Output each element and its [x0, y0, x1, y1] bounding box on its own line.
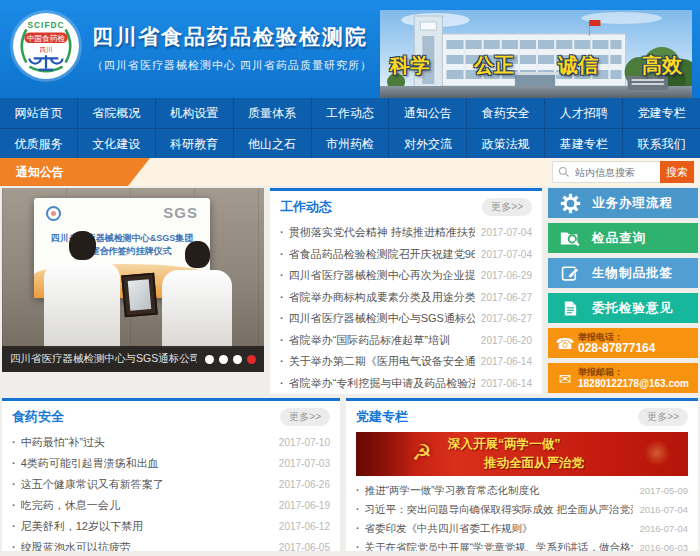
- document-icon: [548, 299, 592, 318]
- quicklink-business-process[interactable]: 业务办理流程: [548, 188, 698, 218]
- news-date: 2017-07-03: [279, 453, 330, 474]
- news-item[interactable]: 中药最怕“补”过头 2017-07-10: [12, 432, 330, 453]
- nav-item[interactable]: 对外交流: [389, 129, 467, 158]
- nav-item[interactable]: 工作动态: [312, 98, 390, 128]
- news-item[interactable]: 省院举办商标构成要素分类及用途分类识别知... 2017-06-27: [280, 287, 532, 309]
- nav-item[interactable]: 省院概况: [78, 98, 156, 128]
- news-date: 2017-06-14: [481, 373, 532, 395]
- news-text: 这五个健康常识又有新答案了: [21, 474, 273, 495]
- report-email-box[interactable]: ✉ 举报邮箱： 18280122178@163.com: [548, 363, 698, 393]
- phone-icon: ☎: [552, 336, 578, 351]
- panel-head: 工作动态 更多>>: [270, 191, 542, 220]
- nav-row-secondary: 优质服务文化建设科研教育他山之石市州药检对外交流政策法规基建专栏联系我们: [0, 128, 700, 158]
- news-item[interactable]: 四川省医疗器械检测中心再次为企业提供标准... 2017-06-29: [280, 265, 532, 287]
- news-item[interactable]: 贯彻落实党代会精神 持续推进精准扶贫工作 2017-07-04: [280, 222, 532, 244]
- news-text: 贯彻落实党代会精神 持续推进精准扶贫工作: [289, 222, 475, 244]
- main-content: SGS 四川省医疗器械检测中心&SGS集团 实验室合作签约挂牌仪式 四川省医疗器…: [2, 188, 698, 394]
- quicklink-biologics-release[interactable]: 生物制品批签: [548, 258, 698, 288]
- quicklink-inspection-feedback[interactable]: 委托检验意见: [548, 293, 698, 323]
- news-date: 2017-06-29: [481, 265, 532, 287]
- carousel-dot[interactable]: [247, 355, 256, 364]
- nav-item[interactable]: 优质服务: [0, 129, 78, 158]
- search-button[interactable]: 搜索: [660, 161, 694, 183]
- news-date: 2017-06-14: [481, 351, 532, 373]
- nav-item[interactable]: 机构设置: [156, 98, 234, 128]
- party-banner-line1: 深入开展“两学一做”: [448, 436, 561, 453]
- news-text: 绞股蓝泡水可以抗疲劳: [21, 537, 273, 551]
- nav-item[interactable]: 政策法规: [467, 129, 545, 158]
- party-building-title: 党建专栏: [356, 408, 408, 426]
- news-text: 省委印发《中共四川省委工作规则》: [365, 519, 634, 538]
- news-carousel[interactable]: SGS 四川省医疗器械检测中心&SGS集团 实验室合作签约挂牌仪式 四川省医疗器…: [2, 188, 264, 372]
- food-safety-more-button[interactable]: 更多>>: [280, 408, 330, 426]
- nav-item[interactable]: 他山之石: [234, 129, 312, 158]
- news-item[interactable]: 吃完药，休息一会儿 2017-06-19: [12, 495, 330, 516]
- carousel-dot[interactable]: [205, 355, 214, 364]
- news-item[interactable]: 尼美舒利，12岁以下禁用 2017-06-12: [12, 516, 330, 537]
- news-text: 关于举办第二期《医用电气设备安全通用要求...: [289, 351, 475, 373]
- news-item[interactable]: 这五个健康常识又有新答案了 2017-06-26: [12, 474, 330, 495]
- panel-head: 食药安全 更多>>: [2, 401, 340, 430]
- section-party-building: 党建专栏 更多>> ☭ 深入开展“两学一做” 推动全面从严治党 推进“两学一做”…: [346, 398, 698, 551]
- notice-label[interactable]: 通知公告: [0, 158, 150, 186]
- quick-links-sidebar: 业务办理流程 检品查询 生物制品批签: [548, 188, 698, 394]
- folder-search-icon: [548, 227, 592, 249]
- party-banner-line2: 推动全面从严治党: [484, 455, 584, 472]
- nav-item[interactable]: 科研教育: [156, 129, 234, 158]
- news-text: 省院举办“专利挖掘与申请及药品检验法律风...: [289, 373, 475, 395]
- nav-item[interactable]: 食药安全: [467, 98, 545, 128]
- news-item[interactable]: 四川省医疗器械检测中心与SGS通标公司成功签... 2017-06-27: [280, 308, 532, 330]
- food-safety-title: 食药安全: [12, 408, 64, 426]
- bottom-content: 食药安全 更多>> 中药最怕“补”过头 2017-07-10 4类药可能引起胃溃…: [2, 398, 698, 551]
- carousel-dot[interactable]: [233, 355, 242, 364]
- nav-item[interactable]: 党建专栏: [623, 98, 700, 128]
- nav-item[interactable]: 质量体系: [234, 98, 312, 128]
- food-safety-list: 中药最怕“补”过头 2017-07-10 4类药可能引起胃溃疡和出血 2017-…: [2, 430, 340, 551]
- news-text: 四川省医疗器械检测中心与SGS通标公司成功签...: [289, 308, 475, 330]
- nav-item[interactable]: 文化建设: [78, 129, 156, 158]
- carousel-caption[interactable]: 四川省医疗器械检测中心与SGS通标公司成功...: [2, 352, 197, 366]
- news-item[interactable]: 关于举办第二期《医用电气设备安全通用要求... 2017-06-14: [280, 351, 532, 373]
- news-date: 2017-06-19: [279, 495, 330, 516]
- nav-item[interactable]: 通知公告: [389, 98, 467, 128]
- section-food-safety: 食药安全 更多>> 中药最怕“补”过头 2017-07-10 4类药可能引起胃溃…: [2, 398, 340, 551]
- nav-item[interactable]: 网站首页: [0, 98, 78, 128]
- party-banner[interactable]: ☭ 深入开展“两学一做” 推动全面从严治党: [356, 432, 688, 476]
- logo-region-text: 四川: [39, 46, 52, 54]
- pencil-square-icon: [548, 264, 592, 283]
- work-news-more-button[interactable]: 更多>>: [482, 198, 532, 216]
- party-building-more-button[interactable]: 更多>>: [638, 408, 688, 426]
- slogan: 科学公正诚信高效: [380, 52, 692, 79]
- site-header: SCIFDC 中国食药检 四川 四川省食品药品检验检测院 （四川省医疗器械检测中…: [0, 0, 700, 98]
- news-item[interactable]: 省院举办“国际药品标准起草”培训 2017-06-20: [280, 330, 532, 352]
- news-date: 2017-06-26: [279, 474, 330, 495]
- news-item[interactable]: 推进“两学一做”学习教育常态化制度化 2017-05-09: [356, 481, 688, 500]
- news-item[interactable]: 省食品药品检验检测院召开庆祝建党96周年表... 2017-07-04: [280, 244, 532, 266]
- news-date: 2017-07-04: [481, 244, 532, 266]
- news-item[interactable]: 习近平：突出问题导向确保取得实际成效 把全面从严治党落实到每一... 2016-…: [356, 500, 688, 519]
- news-date: 2017-06-12: [279, 516, 330, 537]
- slogan-word: 高效: [642, 52, 682, 79]
- news-text: 习近平：突出问题导向确保取得实际成效 把全面从严治党落实到每一...: [365, 500, 634, 519]
- news-date: 2017-07-10: [279, 432, 330, 453]
- building-photo: 科学公正诚信高效: [380, 10, 692, 98]
- slogan-word: 科学: [390, 52, 430, 79]
- nav-item[interactable]: 基建专栏: [545, 129, 623, 158]
- news-item[interactable]: 绞股蓝泡水可以抗疲劳 2017-06-05: [12, 537, 330, 551]
- quicklink-sample-query[interactable]: 检品查询: [548, 223, 698, 253]
- news-text: 推进“两学一做”学习教育常态化制度化: [365, 481, 634, 500]
- report-phone-box[interactable]: ☎ 举报电话： 028-87877164: [548, 328, 698, 358]
- cfdc-mini-logo-icon: [46, 206, 61, 221]
- carousel-caption-bar: 四川省医疗器械检测中心与SGS通标公司成功...: [2, 346, 264, 372]
- news-text: 省院举办“国际药品标准起草”培训: [289, 330, 475, 352]
- news-item[interactable]: 省院举办“专利挖掘与申请及药品检验法律风... 2017-06-14: [280, 373, 532, 395]
- nav-item[interactable]: 联系我们: [623, 129, 700, 158]
- news-item[interactable]: 关于在省院党员中开展“学党章党规、学系列讲话，做合格党员”学... 2016-0…: [356, 538, 688, 551]
- news-text: 省院举办商标构成要素分类及用途分类识别知...: [289, 287, 475, 309]
- logo-banner-text: 中国食药检: [27, 34, 66, 43]
- nav-item[interactable]: 市州药检: [312, 129, 390, 158]
- news-item[interactable]: 4类药可能引起胃溃疡和出血 2017-07-03: [12, 453, 330, 474]
- nav-item[interactable]: 人才招聘: [545, 98, 623, 128]
- news-item[interactable]: 省委印发《中共四川省委工作规则》 2016-07-04: [356, 519, 688, 538]
- carousel-dot[interactable]: [219, 355, 228, 364]
